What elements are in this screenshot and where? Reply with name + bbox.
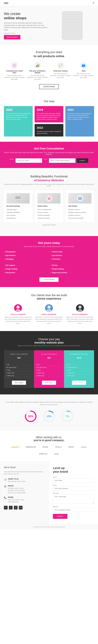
- business-price: $59: [36, 356, 62, 361]
- get-yours-heading: Get yours today: [4, 241, 94, 245]
- footer-message-input[interactable]: [53, 494, 94, 504]
- consultation-name-input[interactable]: [16, 158, 42, 163]
- circle-7-value: 7%: [66, 415, 69, 418]
- testimonials-heading: Our clients love the we build stores exp…: [4, 294, 94, 300]
- starter-features: 1 GB Sed ullamcorper 2 Years 2 Staffys a…: [6, 363, 32, 377]
- footer-website-input[interactable]: [53, 508, 94, 512]
- googleplus-icon[interactable]: G+: [19, 506, 22, 510]
- facebook-icon[interactable]: f: [4, 506, 8, 510]
- stats-circles: 80% 13% 7%: [4, 410, 94, 424]
- feature-customize: 🛒 Customize your online store Nunc amet …: [4, 62, 25, 80]
- ecommerce-buy-button[interactable]: BUY NOW: [72, 380, 86, 385]
- run-title: Run your ecommerce website: [27, 70, 48, 74]
- pricing-heading: Choose your pay monthly website plan: [4, 338, 94, 344]
- everything-section: Everything you need to sell products onl…: [0, 45, 98, 94]
- store-card: Online Store Level of management Account…: [35, 190, 63, 222]
- partner-evsa: EVSA: [41, 445, 50, 449]
- footer-right-heading: Level up your brand: [53, 466, 94, 474]
- consultation-body: Want to create your online store and imp…: [4, 152, 94, 155]
- stat-13: 13%: [42, 410, 56, 424]
- footer-name-input[interactable]: [53, 478, 94, 482]
- circle-80-value: 80%: [28, 415, 33, 418]
- ross-avatar: [45, 304, 53, 312]
- get-yours-col4: Pricing Design thinking Magna ante portt…: [50, 264, 94, 275]
- contact-chart: 📊 CHART TO US We're friendly. Here to he…: [4, 478, 45, 483]
- building-heading: Building Beautiful, Functional eCommerce…: [4, 174, 94, 182]
- partner-tesla: TESLA: [53, 445, 64, 449]
- run-desc: Nunc amet felis ut purus elementum. Urna…: [27, 74, 48, 80]
- consultation-email-input[interactable]: [49, 158, 76, 163]
- feature-grow: 📈 Grow your revenue Nunc amet felis ut p…: [50, 62, 71, 80]
- celsa-avatar: [76, 304, 84, 312]
- pricing-starter: Free Plan Starter $29 1 GB Sed ullamcorp…: [4, 350, 34, 388]
- linkedin-icon[interactable]: in: [14, 506, 18, 510]
- twitter-icon[interactable]: t: [9, 506, 13, 510]
- hero-image: [50, 11, 94, 40]
- get-yours-cta-button[interactable]: LEARN MORE: [39, 278, 58, 282]
- feature-team: 👥 Team Nunc amet felis ut purus elementu…: [73, 62, 94, 80]
- phone-mockup: [62, 11, 83, 40]
- hero-cta-button[interactable]: READ MORE: [4, 35, 20, 40]
- building-body: Simque dolor sit amet. Elit adipiscing i…: [4, 184, 94, 186]
- pricing-ecommerce: eCommerce Special $119 1 GB Sed ullamcor…: [64, 350, 94, 388]
- timeline-center-col: 2019 Proin porttitor platea ullamcorper.…: [35, 106, 63, 136]
- customize-desc: Nunc amet felis ut purus elementum. Urna…: [4, 74, 25, 80]
- consultation-submit-button[interactable]: SUBMIT: [77, 158, 88, 163]
- testimonials-cards: STELLA LARSON Tempor sed. Lorem ipsum di…: [4, 304, 94, 324]
- hosting-card: No-limit Hosting Unlimited pages Unlimit…: [4, 190, 32, 222]
- sell-card-image: [68, 193, 91, 204]
- testimonials-section: Our clients love the we build stores exp…: [0, 287, 98, 331]
- our-way-heading: Our way: [4, 100, 94, 103]
- svg-point-16: [17, 306, 20, 309]
- contact-office: 🏢 OFFICE 125 Block circle, 20 asce 321 B…: [4, 485, 45, 494]
- celsa-name: CELSA FERREIRA: [66, 314, 94, 316]
- stats-body: Arma sodales aliquet adipisces ligula ni…: [4, 401, 94, 406]
- consultation-section: Get Free Consultation Want to create you…: [0, 142, 98, 168]
- consultation-heading: Get Free Consultation: [4, 147, 94, 150]
- hosting-features: Unlimited pages Unlimited bandwidth Dum …: [7, 208, 30, 220]
- starter-buy-button[interactable]: BUY NOW: [12, 380, 26, 385]
- partners-grid: amazon EWEBAVE EVSA TESLA SONY crocs CRO…: [4, 445, 94, 456]
- consultation-form: Name Email SUBMIT: [10, 158, 88, 163]
- footer: Get in Touch Cuae nam dolor sit amet lor…: [0, 461, 98, 524]
- starter-price: $29: [6, 356, 32, 361]
- footer-right: Level up your brand Name Email Message W…: [49, 461, 98, 524]
- stella-avatar: [14, 304, 22, 312]
- business-buy-button[interactable]: BUY NOW: [42, 380, 56, 385]
- copyright-text: © Copyright 2019-2022 Digital Circus. Al…: [32, 526, 66, 528]
- svg-point-19: [46, 309, 52, 312]
- name-label: Name: [10, 158, 14, 163]
- pricing-section: Choose your pay monthly website plan Sim…: [0, 331, 98, 394]
- get-yours-body: Sit amet dolor id et in lorem magna. Bla…: [4, 246, 94, 247]
- svg-point-20: [78, 306, 81, 309]
- store-title: Online Store: [37, 205, 61, 207]
- everything-heading: Everything you need to sell products onl…: [4, 50, 94, 58]
- starter-plan-name: Free Plan Starter: [6, 354, 32, 355]
- store-card-image: [37, 193, 61, 204]
- svg-point-18: [47, 306, 51, 309]
- team-desc: Nunc amet felis ut purus elementum. Urna…: [73, 72, 94, 78]
- learn-more-button[interactable]: LEARN MORE: [39, 84, 59, 89]
- hosting-card-image: [7, 193, 30, 204]
- stat-80: 80%: [24, 410, 37, 424]
- email-label: Email: [43, 158, 47, 163]
- sell-card: Sell Online Manage inventory Manage cust…: [66, 190, 94, 222]
- partner-crolla: CROLLA: [37, 452, 50, 456]
- footer-name-label: Name: [53, 476, 94, 478]
- svg-point-17: [15, 309, 21, 312]
- our-way-section: Our way 2020 Focusing ecommerce triage m…: [0, 94, 98, 142]
- feature-run: 🚚 Run your ecommerce website Nunc amet f…: [27, 62, 48, 80]
- timeline-grid: 2020 Focusing ecommerce triage managemen…: [4, 106, 94, 136]
- svg-rect-15: [79, 198, 81, 199]
- team-icon: 👥: [80, 62, 87, 69]
- footer-email-input[interactable]: [53, 486, 94, 490]
- features-grid: 🛒 Customize your online store Nunc amet …: [4, 62, 94, 80]
- sell-features: Manage inventory Manage customer account…: [68, 208, 91, 220]
- footer-submit-button[interactable]: SUBMIT: [53, 514, 67, 519]
- footer-message-group: Message: [53, 492, 94, 504]
- partner-crocs: crocs: [79, 445, 89, 449]
- get-yours-section: Get yours today Sit amet dolor id et in …: [0, 236, 98, 287]
- nav-menu-icon[interactable]: ≡: [93, 2, 94, 4]
- timeline-2019: 2019 Proin porttitor platea ullamcorper.…: [35, 106, 63, 122]
- grow-icon: 📈: [57, 62, 64, 69]
